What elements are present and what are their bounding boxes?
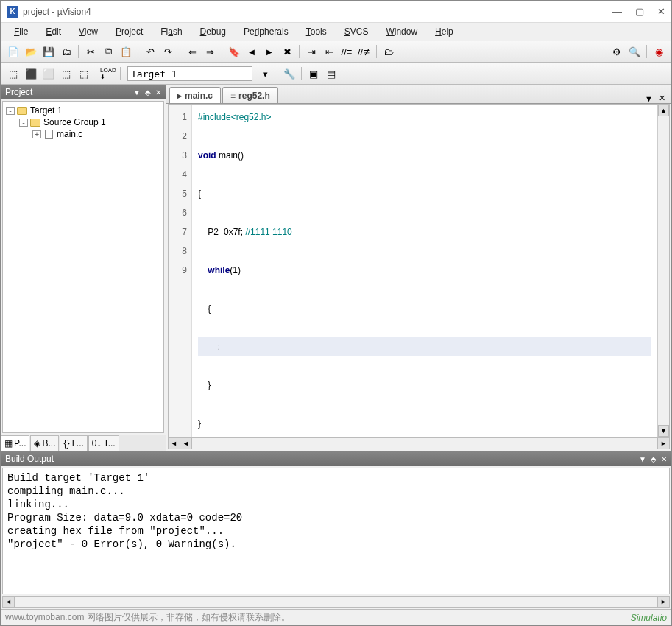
comment-icon[interactable]: //≡ bbox=[339, 43, 355, 60]
folder-icon bbox=[30, 119, 40, 127]
menu-project[interactable]: Project bbox=[108, 25, 150, 38]
indent-icon[interactable]: ⇥ bbox=[303, 43, 319, 60]
tab-functions[interactable]: {} F... bbox=[60, 435, 87, 451]
close-button[interactable]: ✕ bbox=[657, 6, 665, 17]
build-output-text[interactable]: Build target 'Target 1' compiling main.c… bbox=[2, 468, 670, 594]
bookmark-next-icon[interactable]: ► bbox=[261, 43, 277, 60]
expand-icon[interactable]: - bbox=[19, 119, 28, 127]
tab-templates[interactable]: 0↓ T... bbox=[88, 435, 119, 451]
panel-dropdown-icon[interactable]: ▼ bbox=[639, 455, 646, 463]
bookmark-prev-icon[interactable]: ◄ bbox=[244, 43, 260, 60]
undo-icon[interactable]: ↶ bbox=[142, 43, 158, 60]
vertical-scrollbar[interactable]: ▲ ▼ bbox=[657, 105, 669, 437]
bookmark-icon[interactable]: 🔖 bbox=[226, 43, 242, 60]
translate-icon[interactable]: ⬚ bbox=[5, 66, 21, 82]
expand-icon[interactable]: - bbox=[6, 107, 15, 115]
maximize-button[interactable]: ▢ bbox=[635, 6, 644, 17]
menu-svcs[interactable]: SVCS bbox=[337, 25, 376, 38]
debug-config-icon[interactable]: ⚙ bbox=[609, 43, 625, 60]
copy-icon[interactable]: ⧉ bbox=[100, 43, 116, 60]
build-panel-title: Build Output bbox=[5, 454, 634, 464]
scroll-left2-icon[interactable]: ◄ bbox=[180, 438, 192, 449]
options-icon[interactable]: 🔧 bbox=[281, 66, 297, 82]
watermark-text: www.toymoban.com 网络图片仅供展示，非存储，如有侵权请联系删除。 bbox=[5, 611, 631, 624]
manage-icon[interactable]: ▣ bbox=[305, 66, 322, 82]
file-icon: ≡ bbox=[230, 91, 236, 101]
tab-close-icon[interactable]: ✕ bbox=[656, 94, 668, 103]
scroll-left-icon[interactable]: ◄ bbox=[169, 438, 180, 449]
app-icon: K bbox=[7, 6, 18, 18]
scroll-left-icon[interactable]: ◄ bbox=[3, 597, 15, 607]
file-icon: ▸ bbox=[177, 91, 182, 101]
line-gutter: 123456789 bbox=[169, 105, 192, 437]
tab-dropdown-icon[interactable]: ▼ bbox=[642, 94, 656, 103]
paste-icon[interactable]: 📋 bbox=[118, 43, 134, 60]
tree-file[interactable]: + main.c bbox=[6, 128, 160, 140]
scroll-up-icon[interactable]: ▲ bbox=[658, 105, 669, 116]
target-select[interactable] bbox=[127, 66, 252, 81]
menu-window[interactable]: Window bbox=[378, 25, 425, 38]
build-icon[interactable]: ⬛ bbox=[23, 66, 39, 82]
panel-close-icon[interactable]: ✕ bbox=[661, 455, 667, 463]
code-editor[interactable]: 123456789 #include<reg52.h> void main() … bbox=[168, 104, 670, 437]
download-icon[interactable]: LOAD⬇ bbox=[100, 66, 116, 82]
scroll-right-icon[interactable]: ► bbox=[657, 438, 669, 449]
panel-close-icon[interactable]: ✕ bbox=[155, 88, 161, 96]
menu-file[interactable]: File bbox=[7, 25, 35, 38]
scroll-right-icon[interactable]: ► bbox=[657, 597, 669, 607]
project-tree[interactable]: - Target 1 - Source Group 1 + main.c bbox=[2, 101, 164, 433]
uncomment-icon[interactable]: //≢ bbox=[356, 43, 372, 60]
nav-back-icon[interactable]: ⇐ bbox=[184, 43, 200, 60]
books-icon[interactable]: ▤ bbox=[323, 66, 339, 82]
file-icon bbox=[45, 130, 53, 139]
nav-fwd-icon[interactable]: ⇒ bbox=[202, 43, 218, 60]
new-file-icon[interactable]: 📄 bbox=[5, 43, 21, 60]
batch-build-icon[interactable]: ⬚ bbox=[58, 66, 74, 82]
save-all-icon[interactable]: 🗂 bbox=[58, 43, 74, 60]
tab-books[interactable]: ◈B... bbox=[30, 435, 59, 451]
build-output-panel: Build Output ▼ ⬘ ✕ Build target 'Target … bbox=[1, 451, 671, 609]
project-panel-title: Project bbox=[5, 87, 129, 97]
minimize-button[interactable]: — bbox=[612, 6, 622, 17]
bookmark-clear-icon[interactable]: ✖ bbox=[279, 43, 295, 60]
build-scrollbar[interactable]: ◄ ► bbox=[2, 596, 670, 608]
stop-build-icon[interactable]: ⬚ bbox=[76, 66, 92, 82]
code-content[interactable]: #include<reg52.h> void main() { P2=0x7f;… bbox=[192, 105, 657, 437]
menu-help[interactable]: Help bbox=[428, 25, 461, 38]
panel-pin-icon[interactable]: ⬘ bbox=[145, 88, 151, 96]
tree-file-label: main.c bbox=[57, 129, 82, 139]
title-bar: K project - µVision4 — ▢ ✕ bbox=[1, 1, 671, 23]
target-dropdown-icon[interactable]: ▾ bbox=[257, 66, 273, 82]
folder-icon bbox=[17, 107, 27, 115]
menu-peripherals[interactable]: Peripherals bbox=[236, 25, 296, 38]
open-file-icon[interactable]: 📂 bbox=[23, 43, 39, 60]
tab-project[interactable]: ▦P... bbox=[1, 435, 29, 451]
tab-reg52-h[interactable]: ≡ reg52.h bbox=[222, 87, 278, 103]
debug-start-icon[interactable]: ◉ bbox=[651, 43, 667, 60]
save-icon[interactable]: 💾 bbox=[40, 43, 57, 60]
panel-pin-icon[interactable]: ⬘ bbox=[651, 455, 657, 463]
project-bottom-tabs: ▦P... ◈B... {} F... 0↓ T... bbox=[1, 435, 166, 451]
panel-dropdown-icon[interactable]: ▼ bbox=[133, 88, 141, 96]
menu-debug[interactable]: Debug bbox=[193, 25, 233, 38]
tree-group[interactable]: - Source Group 1 bbox=[6, 116, 160, 128]
horizontal-scrollbar[interactable]: ◄ ◄ ► bbox=[168, 437, 670, 449]
status-mode: Simulatio bbox=[631, 613, 667, 623]
tree-target[interactable]: - Target 1 bbox=[6, 105, 160, 116]
editor-tabs: ▸ main.c ≡ reg52.h ▼ ✕ bbox=[166, 85, 671, 104]
scroll-down-icon[interactable]: ▼ bbox=[658, 425, 669, 437]
expand-icon[interactable]: + bbox=[32, 130, 41, 138]
main-body: Project ▼ ⬘ ✕ - Target 1 - Source Group … bbox=[1, 85, 671, 451]
menu-flash[interactable]: Flash bbox=[153, 25, 189, 38]
menu-tools[interactable]: Tools bbox=[299, 25, 334, 38]
menu-edit[interactable]: Edit bbox=[38, 25, 68, 38]
debug-icon[interactable]: 🔍 bbox=[626, 43, 643, 60]
window-title: project - µVision4 bbox=[23, 7, 612, 17]
menu-view[interactable]: View bbox=[71, 25, 105, 38]
cut-icon[interactable]: ✂ bbox=[82, 43, 99, 60]
outdent-icon[interactable]: ⇤ bbox=[321, 43, 337, 60]
find-icon[interactable]: 🗁 bbox=[381, 43, 397, 60]
rebuild-icon[interactable]: ⬜ bbox=[40, 66, 57, 82]
tab-main-c[interactable]: ▸ main.c bbox=[169, 87, 221, 103]
redo-icon[interactable]: ↷ bbox=[160, 43, 176, 60]
